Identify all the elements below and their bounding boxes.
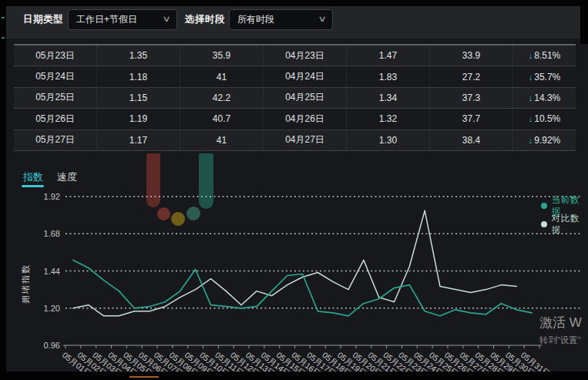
may-index-cell: 1.35 xyxy=(97,45,180,66)
svg-text:拥堵指数: 拥堵指数 xyxy=(21,264,30,304)
down-arrow-icon: ↓ xyxy=(529,93,533,103)
apr-speed-cell: 37.3 xyxy=(430,88,513,108)
dashboard-screen: 0.961.201.441.681.9205月01日05月02日05月03日05… xyxy=(0,0,588,380)
may-index-cell: 1.18 xyxy=(97,66,180,86)
period-value: 所有时段 xyxy=(237,13,274,26)
table-row: 05月27日 1.17 41 04月27日 1.30 38.4 ↓9.92% xyxy=(14,130,576,151)
table-scrollbar[interactable] xyxy=(14,44,576,45)
legend-label-compare: 对比数据 xyxy=(552,213,588,236)
may-date-cell: 05月27日 xyxy=(14,130,97,150)
may-speed-cell: 40.7 xyxy=(180,109,264,129)
may-speed-cell: 41 xyxy=(180,66,264,86)
down-arrow-icon: ↓ xyxy=(529,72,533,82)
frame-edge-top xyxy=(0,0,588,6)
apr-index-cell: 1.47 xyxy=(347,45,430,66)
windows-activation-watermark: 激活 W 转到“设置” xyxy=(539,314,582,346)
apr-date-cell: 04月25日 xyxy=(264,88,347,108)
change-cell: ↓9.92% xyxy=(513,130,576,150)
apr-index-cell: 1.83 xyxy=(347,66,430,86)
apr-speed-cell: 27.2 xyxy=(430,66,513,86)
date-type-dropdown[interactable]: 工作日+节假日 ∨ xyxy=(68,9,177,30)
may-index-cell: 1.19 xyxy=(97,109,180,129)
frame-edge-left xyxy=(0,0,6,380)
change-cell: ↓10.5% xyxy=(513,109,576,129)
filter-toolbar: 日期类型 工作日+节假日 ∨ 选择时段 所有时段 ∨ xyxy=(6,6,580,39)
may-speed-cell: 35.9 xyxy=(180,45,264,66)
table-row: 05月23日 1.35 35.9 04月23日 1.47 33.9 ↓8.51% xyxy=(14,45,576,66)
logo-bar-teal xyxy=(199,153,213,209)
may-date-cell: 05月23日 xyxy=(14,45,97,66)
logo-dot-teal xyxy=(186,207,200,220)
may-date-cell: 05月24日 xyxy=(14,66,97,86)
logo-dot-red xyxy=(157,207,170,220)
down-arrow-icon: ↓ xyxy=(529,136,533,145)
change-value: 14.3% xyxy=(534,92,560,103)
table-row: 05月26日 1.19 40.7 04月26日 1.32 37.7 ↓10.5% xyxy=(14,109,576,129)
apr-index-cell: 1.32 xyxy=(347,109,430,129)
svg-text:0.96: 0.96 xyxy=(44,341,60,350)
active-tab-underline xyxy=(22,185,44,187)
svg-text:1.92: 1.92 xyxy=(44,192,60,201)
frame-edge-bottom xyxy=(0,372,588,380)
table-row: 05月24日 1.18 41 04月24日 1.83 27.2 ↓35.7% xyxy=(14,66,576,87)
may-speed-cell: 41 xyxy=(180,130,264,150)
apr-index-cell: 1.30 xyxy=(347,130,430,150)
legend-item-compare[interactable]: 对比数据 xyxy=(541,213,588,236)
apr-date-cell: 04月27日 xyxy=(264,130,347,150)
change-cell: ↓8.51% xyxy=(513,45,576,66)
change-value: 8.51% xyxy=(534,50,560,61)
apr-date-cell: 04月23日 xyxy=(264,45,347,66)
may-date-cell: 05月25日 xyxy=(14,88,97,108)
tab-speed[interactable]: 速度 xyxy=(57,170,77,184)
apr-date-cell: 04月26日 xyxy=(264,109,347,129)
logo-bar-red xyxy=(146,153,160,207)
orange-loading-fragment xyxy=(129,376,159,378)
down-arrow-icon: ↓ xyxy=(529,51,533,60)
watermark-line1: 激活 W xyxy=(539,314,582,331)
legend-dot-current xyxy=(541,203,547,209)
edge-accent-dash xyxy=(2,17,5,18)
date-type-label: 日期类型 xyxy=(23,14,63,25)
edge-accent-dash xyxy=(2,37,5,39)
svg-text:1.44: 1.44 xyxy=(44,267,60,276)
svg-text:1.68: 1.68 xyxy=(44,229,60,238)
apr-speed-cell: 33.9 xyxy=(430,45,513,66)
svg-text:1.20: 1.20 xyxy=(44,304,60,313)
tab-index[interactable]: 指数 xyxy=(23,170,43,184)
change-cell: ↓14.3% xyxy=(513,88,576,108)
date-type-value: 工作日+节假日 xyxy=(76,13,137,26)
change-value: 10.5% xyxy=(534,113,560,124)
comparison-table: 05月23日 1.35 35.9 04月23日 1.47 33.9 ↓8.51%… xyxy=(14,45,576,151)
may-speed-cell: 42.2 xyxy=(180,88,264,108)
legend-dot-compare xyxy=(541,221,547,227)
change-cell: ↓35.7% xyxy=(513,66,576,86)
down-arrow-icon: ↓ xyxy=(529,114,533,123)
chevron-down-icon: ∨ xyxy=(318,14,326,24)
may-date-cell: 05月26日 xyxy=(14,109,97,129)
apr-speed-cell: 38.4 xyxy=(430,130,513,150)
may-index-cell: 1.17 xyxy=(97,130,180,150)
apr-speed-cell: 37.7 xyxy=(430,109,513,129)
change-value: 9.92% xyxy=(534,135,560,146)
period-dropdown[interactable]: 所有时段 ∨ xyxy=(229,9,333,30)
period-label: 选择时段 xyxy=(185,14,225,25)
apr-date-cell: 04月24日 xyxy=(264,66,347,86)
change-value: 35.7% xyxy=(534,72,560,82)
watermark-line2: 转到“设置” xyxy=(539,334,582,346)
may-index-cell: 1.15 xyxy=(97,88,180,108)
frame-edge-topright xyxy=(580,0,588,44)
table-row: 05月25日 1.15 42.2 04月25日 1.34 37.3 ↓14.3% xyxy=(14,88,576,109)
logo-dot-yellow xyxy=(171,212,185,226)
apr-index-cell: 1.34 xyxy=(347,88,430,108)
chevron-down-icon: ∨ xyxy=(162,14,170,24)
